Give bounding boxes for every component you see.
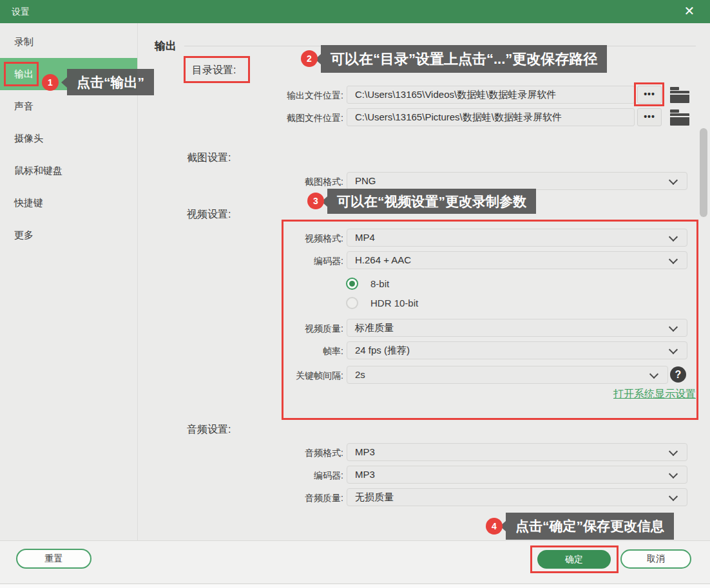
audio-encoder-value: MP3 [355,469,375,480]
radio-8bit-label: 8-bit [370,278,389,289]
ok-button[interactable]: 确定 [537,550,611,569]
output-path-field[interactable]: C:\Users\13165\Videos\数据蛙\数据蛙录屏软件 [347,86,635,104]
video-encoder-label: 编码器: [240,256,343,267]
audio-section-label: 音频设置: [187,423,231,437]
help-icon[interactable]: ? [670,366,686,383]
folder-body [670,113,689,126]
radio-8bit[interactable] [346,278,358,290]
screenshot-path-label: 截图文件位置: [240,113,343,124]
output-open-folder-icon[interactable] [670,87,689,103]
window-bottom-edge [0,583,710,588]
window-title: 设置 [12,0,30,23]
video-quality-select[interactable]: 标准质量 [347,319,687,337]
screenshot-path-field[interactable]: C:\Users\13165\Pictures\数据蛙\数据蛙录屏软件 [347,108,635,126]
audio-quality-value: 无损质量 [355,491,394,502]
output-path-label: 输出文件位置: [240,90,343,102]
chevron-down-icon [669,232,678,242]
chevron-down-icon [669,255,678,264]
audio-format-select[interactable]: MP3 [347,443,687,461]
video-section-label: 视频设置: [187,208,231,222]
video-format-value: MP4 [355,232,375,243]
chevron-down-icon [669,345,678,354]
folder-slit [670,93,689,95]
sidebar-item-more[interactable]: 更多 [0,219,137,251]
chevron-down-icon [669,492,678,501]
annotation-tooltip-4: 点击“确定”保存更改信息 [506,513,674,540]
sidebar-item-mouse-keyboard[interactable]: 鼠标和键盘 [0,155,137,187]
scrollbar-thumb[interactable] [700,128,707,217]
audio-quality-select[interactable]: 无损质量 [347,488,687,506]
annotation-tooltip-2: 可以在“目录”设置上点击“...”更改保存路径 [321,45,607,73]
audio-encoder-label: 编码器: [240,470,343,482]
folder-tab [670,87,679,90]
settings-window: 设置 ✕ 录制 输出 声音 摄像头 鼠标和键盘 快捷键 更多 输出 目录设置: … [0,0,710,588]
video-encoder-value: H.264 + AAC [355,254,411,265]
audio-format-label: 音频格式: [240,448,343,459]
screenshot-section-label: 截图设置: [187,151,231,165]
keyframe-interval-value: 2s [355,369,365,380]
audio-quality-label: 音频质量: [240,493,343,504]
sidebar-item-hotkeys[interactable]: 快捷键 [0,187,137,219]
folder-tab [670,109,679,113]
sidebar-item-record[interactable]: 录制 [0,26,137,58]
sidebar-divider [137,23,138,540]
screenshot-open-folder-icon[interactable] [670,109,689,126]
close-icon[interactable]: ✕ [675,0,704,23]
video-quality-value: 标准质量 [355,322,394,333]
title-bar: 设置 ✕ [0,0,710,23]
folder-slit [670,116,689,117]
audio-format-value: MP3 [355,446,375,457]
radio-hdr-10bit-label: HDR 10-bit [370,298,418,308]
chevron-down-icon [649,370,658,379]
page-title: 输出 [155,39,177,53]
cancel-button[interactable]: 取消 [620,549,691,569]
chevron-down-icon [669,176,678,185]
keyframe-interval-select[interactable]: 2s [347,366,668,384]
dir-section-label: 目录设置: [192,64,236,77]
frame-rate-label: 帧率: [240,346,343,357]
keyframe-interval-label: 关键帧间隔: [240,370,343,382]
video-format-label: 视频格式: [240,233,343,245]
annotation-badge-4: 4 [486,518,503,535]
chevron-down-icon [669,323,678,332]
screenshot-format-value: PNG [355,175,376,186]
folder-body [670,91,689,103]
annotation-badge-3: 3 [307,193,324,209]
sidebar-item-camera[interactable]: 摄像头 [0,122,137,155]
annotation-tooltip-3: 可以在“视频设置”更改录制参数 [327,189,536,214]
screenshot-format-select[interactable]: PNG [347,172,687,190]
annotation-badge-2: 2 [301,50,318,67]
video-encoder-select[interactable]: H.264 + AAC [347,251,687,269]
video-quality-label: 视频质量: [240,323,343,335]
chevron-down-icon [669,447,678,456]
output-path-browse-button[interactable]: ••• [637,86,662,104]
screenshot-format-label: 截图格式: [240,176,343,188]
radio-hdr-10bit[interactable] [346,297,358,309]
video-format-select[interactable]: MP4 [347,229,687,247]
frame-rate-select[interactable]: 24 fps (推荐) [347,341,687,359]
annotation-badge-1: 1 [42,74,59,91]
screenshot-path-browse-button[interactable]: ••• [637,108,662,126]
chevron-down-icon [669,469,678,479]
annotation-tooltip-1: 点击“输出” [67,69,154,95]
reset-button[interactable]: 重置 [16,549,91,569]
open-display-settings-link[interactable]: 打开系统显示设置 [613,388,696,401]
frame-rate-value: 24 fps (推荐) [355,345,410,356]
audio-encoder-select[interactable]: MP3 [347,466,687,484]
